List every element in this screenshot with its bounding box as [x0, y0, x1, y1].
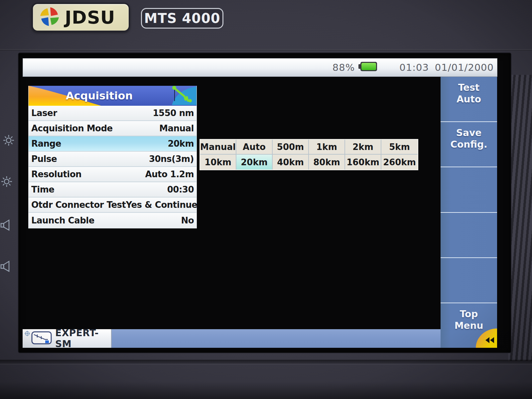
row-label: Acquisition Mode [31, 123, 113, 133]
row-label: Laser [31, 108, 57, 118]
speaker-icon [0, 219, 11, 233]
range-option-auto[interactable]: Auto [236, 140, 273, 155]
range-option-80km[interactable]: 80km [309, 155, 345, 170]
row-label: Time [31, 185, 54, 195]
speaker-icon [0, 260, 11, 274]
range-option-1km[interactable]: 1km [309, 140, 345, 155]
row-label: Range [31, 139, 61, 149]
acquisition-rows: Laser 1550 nm Acquisition Mode Manual Ra… [29, 106, 197, 228]
row-launch-cable[interactable]: Launch Cable No [29, 213, 197, 228]
battery-icon [358, 61, 378, 75]
row-label: Resolution [31, 169, 81, 179]
range-popup: Manual Auto 500m 1km 2km 5km 10km 20km 4… [200, 139, 418, 170]
row-label: Pulse [31, 154, 57, 164]
status-bar: 88% 01:03 01/01/2000 [23, 58, 497, 77]
brightness-icon [3, 134, 15, 148]
active-config-label: EXPERT-SM [55, 328, 111, 349]
row-value: 1550 nm [153, 108, 194, 118]
jdsu-logo-badge: JDSU [32, 3, 130, 32]
range-option-10km[interactable]: 10km [200, 155, 236, 170]
row-label: Launch Cable [31, 215, 94, 225]
range-option-160km[interactable]: 160km [345, 155, 381, 170]
status-time: 01:03 [399, 62, 429, 73]
range-option-5km[interactable]: 5km [381, 140, 418, 155]
row-laser[interactable]: Laser 1550 nm [29, 106, 197, 121]
row-value: Auto 1.2m [145, 169, 194, 179]
row-value: 20km [168, 139, 194, 149]
otdr-trace-icon [159, 86, 197, 106]
device-top-seam [0, 49, 532, 51]
row-time[interactable]: Time 00:30 [29, 182, 197, 198]
double-left-arrow-icon [484, 336, 495, 345]
range-option-500m[interactable]: 500m [273, 140, 309, 155]
row-value: No [181, 215, 194, 225]
lcd-screen: 88% 01:03 01/01/2000 Test Auto Save Conf… [19, 53, 511, 352]
row-label: Otdr Connector Test [31, 200, 126, 210]
range-option-manual[interactable]: Manual [200, 140, 236, 155]
target-icon [24, 331, 30, 338]
row-value: Manual [159, 123, 194, 133]
model-name: MTS 4000 [144, 11, 220, 26]
brightness-icon [1, 176, 13, 189]
status-date: 01/01/2000 [435, 62, 494, 73]
bottom-bar: EXPERT-SM [23, 329, 441, 348]
range-option-260km[interactable]: 260km [381, 155, 418, 170]
row-value: Yes & Continue [126, 200, 198, 210]
row-otdr-connector-test[interactable]: Otdr Connector Test Yes & Continue [29, 198, 197, 213]
panel-title: Acquisition [29, 86, 170, 106]
softkey-blank-2 [441, 212, 497, 257]
range-option-2km[interactable]: 2km [345, 140, 381, 155]
range-option-40km[interactable]: 40km [273, 155, 309, 170]
softkey-sidebar: Test Auto Save Config. Top Menu [441, 77, 497, 348]
row-value: 00:30 [167, 185, 194, 195]
otdr-trace-icon [31, 331, 52, 346]
softkey-test-auto[interactable]: Test Auto [441, 77, 497, 121]
jdsu-pinwheel-icon [39, 6, 60, 29]
softkey-blank-3 [441, 257, 497, 303]
model-badge: MTS 4000 [141, 8, 223, 29]
row-value: 30ns(3m) [149, 154, 194, 164]
brand-name: JDSU [65, 7, 115, 28]
device-bottom-edge [0, 382, 532, 399]
clock: 01:03 01/01/2000 [399, 62, 494, 73]
device-side-grip [508, 75, 532, 361]
device-photo: JDSU MTS 4000 88% [0, 0, 532, 399]
tab-expert-sm[interactable]: EXPERT-SM [23, 329, 112, 348]
row-acquisition-mode[interactable]: Acquisition Mode Manual [29, 121, 197, 136]
softkey-save-config[interactable]: Save Config. [441, 121, 497, 167]
row-pulse[interactable]: Pulse 30ns(3m) [29, 152, 197, 167]
softkey-blank-1 [441, 167, 497, 212]
range-option-20km[interactable]: 20km [236, 155, 273, 170]
battery-percent: 88% [332, 62, 355, 73]
row-range[interactable]: Range 20km [29, 136, 197, 152]
device-bottom-groove [0, 360, 532, 364]
row-resolution[interactable]: Resolution Auto 1.2m [29, 167, 197, 182]
acquisition-panel-header: Acquisition [29, 86, 197, 106]
acquisition-panel: Acquisition Laser 1550 nm [28, 86, 197, 228]
